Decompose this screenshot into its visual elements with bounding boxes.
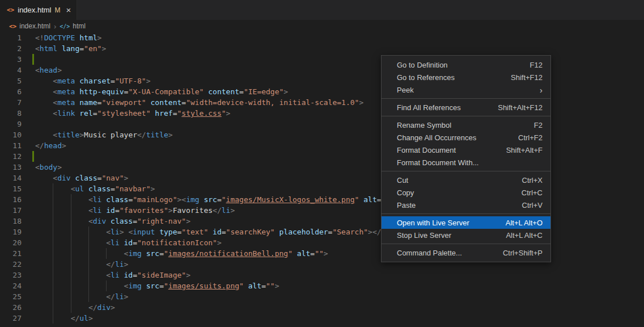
menu-item-paste[interactable]: PasteCtrl+V [382,199,550,211]
code-line[interactable]: 1<!DOCTYPE html> [0,32,644,43]
line-number[interactable]: 12 [0,151,22,162]
code-token: > [62,141,66,150]
code-token: > [283,87,288,96]
code-text: <meta http-equiv="X-UA-Compatible" conte… [35,86,644,97]
breadcrumb-file[interactable]: index.html [19,22,50,30]
file-link[interactable]: style.css [181,109,221,118]
file-link[interactable]: images/suits.png [168,282,239,290]
code-token [35,174,53,182]
line-number[interactable]: 5 [0,76,22,86]
line-number[interactable]: 17 [0,205,22,216]
code-token: li [111,228,120,236]
code-token: div [93,217,106,225]
code-token [35,206,88,215]
code-token: > [226,109,231,118]
code-token: < [35,44,40,53]
menu-item-go-to-references[interactable]: Go to ReferencesShift+F12 [382,71,550,83]
indent-guide [71,280,71,291]
line-number[interactable]: 13 [0,162,22,173]
code-text: </ul> [35,313,644,324]
menu-item-label: Go to References [397,73,455,82]
line-number[interactable]: 15 [0,183,22,194]
code-text: <li id="notificationIcon"> [35,237,644,248]
menu-item-peek[interactable]: Peek› [382,83,550,96]
code-token [155,228,159,236]
line-number[interactable]: 18 [0,216,22,227]
menu-item-label: Peek [397,86,414,94]
code-token: Music player [84,131,137,139]
line-number[interactable]: 2 [0,43,22,54]
menu-item-find-all-references[interactable]: Find All ReferencesShift+Alt+F12 [382,101,550,114]
code-token: li [222,206,231,215]
line-number[interactable]: 1 [0,32,22,43]
menu-item-label: Format Document With... [397,158,478,167]
line-number[interactable]: 24 [0,280,22,291]
code-text: <div class="nav"> [35,173,644,183]
menu-item-shortcut: F12 [530,61,543,69]
line-number[interactable]: 6 [0,86,22,97]
menu-separator [382,244,550,244]
menu-item-command-palette[interactable]: Command Palette...Ctrl+Shift+P [382,246,550,259]
close-icon[interactable]: × [66,6,71,14]
code-line[interactable]: 2<html lang="en"> [0,43,644,54]
code-token: < [53,87,57,96]
menu-item-format-document-with[interactable]: Format Document With... [382,156,550,169]
code-token: img [128,249,141,258]
menu-item-label: Go to Definition [397,61,448,69]
code-line[interactable]: 27 </ul> [0,313,644,324]
line-number[interactable]: 7 [0,97,22,108]
line-number[interactable]: 26 [0,302,22,313]
code-line[interactable]: 25 </li> [0,291,644,302]
code-line[interactable]: 23 <li id="sideImage"> [0,270,644,280]
menu-item-change-all-occurrences[interactable]: Change All OccurrencesCtrl+F2 [382,131,550,144]
menu-item-open-with-live-server[interactable]: Open with Live ServerAlt+L Alt+O [382,216,550,229]
line-number[interactable]: 27 [0,313,22,324]
line-number[interactable]: 23 [0,270,22,280]
file-link[interactable]: images/MusicX-logos_white.png [226,195,355,204]
git-modified-badge: M [55,6,61,14]
menu-item-copy[interactable]: CopyCtrl+C [382,186,550,199]
code-token: = [111,185,115,193]
code-token: > [124,292,129,301]
line-number[interactable]: 14 [0,173,22,183]
menu-item-go-to-definition[interactable]: Go to DefinitionF12 [382,58,550,71]
breadcrumb-symbol[interactable]: html [73,22,86,30]
menu-item-rename-symbol[interactable]: Rename SymbolF2 [382,119,550,131]
line-number[interactable]: 16 [0,194,22,205]
menu-item-label: Rename Symbol [397,121,451,129]
tab-index-html[interactable]: <> index.html M × [0,0,77,20]
code-token: ul [75,185,84,193]
line-number[interactable]: 20 [0,237,22,248]
file-link[interactable]: images/notificationBell.png [168,249,288,258]
line-number[interactable]: 8 [0,108,22,119]
line-number[interactable]: 25 [0,291,22,302]
code-token: "notificationIcon" [137,238,217,247]
indent-guide [53,313,53,324]
line-number[interactable]: 10 [0,129,22,140]
code-token: > [359,98,363,107]
line-number[interactable]: 22 [0,259,22,270]
indent-guide [53,259,53,270]
line-number[interactable]: 21 [0,248,22,259]
line-number[interactable]: 3 [0,54,22,65]
menu-item-shortcut: Ctrl+X [522,176,543,185]
code-token [35,77,53,85]
code-token [35,109,53,118]
code-token: src [146,282,159,290]
code-line[interactable]: 26 </div> [0,302,644,313]
line-number[interactable]: 11 [0,140,22,151]
code-text: <meta charset="UTF-8"> [35,76,644,86]
code-token: > [120,228,124,236]
line-number[interactable]: 4 [0,65,22,76]
menu-item-format-document[interactable]: Format DocumentShift+Alt+F [382,144,550,156]
menu-item-cut[interactable]: CutCtrl+X [382,174,550,186]
line-number[interactable]: 19 [0,227,22,237]
menu-item-stop-live-server[interactable]: Stop Live ServerAlt+L Alt+C [382,229,550,241]
code-token: charset [79,77,111,85]
code-token: alt [363,195,376,204]
code-token [120,238,124,247]
code-token: class [75,174,97,182]
line-number[interactable]: 9 [0,119,22,129]
code-token: > [79,131,84,139]
code-line[interactable]: 24 <img src="images/suits.png" alt=""> [0,280,644,291]
